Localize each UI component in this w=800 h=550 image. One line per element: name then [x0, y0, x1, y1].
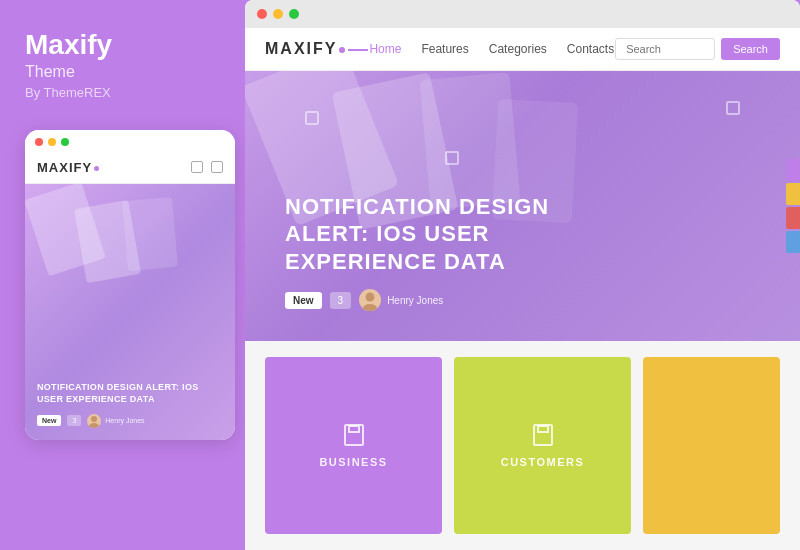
nav-search: Search: [615, 38, 780, 60]
search-button[interactable]: Search: [721, 38, 780, 60]
mobile-badge-num: 3: [67, 415, 81, 426]
hero-meta: New 3 Henry Jones: [285, 289, 605, 311]
avatar-name: Henry Jones: [387, 295, 443, 306]
svg-point-3: [363, 304, 377, 311]
mobile-hero-title: NOTIFICATION DESIGN ALERT: IOS USER EXPE…: [37, 382, 223, 405]
browser-dot-red[interactable]: [257, 9, 267, 19]
avatar-group: Henry Jones: [359, 289, 443, 311]
mobile-badge-new: New: [37, 415, 61, 426]
mobile-icon-square-1: [191, 161, 203, 173]
mobile-hero-text: NOTIFICATION DESIGN ALERT: IOS USER EXPE…: [37, 382, 223, 427]
mobile-logo-dot: [94, 166, 99, 171]
browser-content: MAXIFY Home Features Categories Contacts…: [245, 28, 800, 550]
business-icon: [344, 424, 364, 446]
mobile-dot-green: [61, 138, 69, 146]
mobile-hero-meta: New 3 Henry Jones: [37, 414, 223, 428]
svg-point-0: [91, 416, 97, 422]
card-customers-label: CUSTOMERS: [501, 456, 585, 468]
mobile-icon-square-2: [211, 161, 223, 173]
browser-titlebar: [245, 0, 800, 28]
brand-subtitle: Theme: [25, 63, 220, 81]
browser-dot-green[interactable]: [289, 9, 299, 19]
browser-nav: MAXIFY Home Features Categories Contacts…: [245, 28, 800, 71]
browser-logo-accent-dot: [339, 47, 345, 53]
hero-content: NOTIFICATION DESIGN ALERT: IOS USER EXPE…: [285, 193, 605, 312]
mobile-hero: NOTIFICATION DESIGN ALERT: IOS USER EXPE…: [25, 184, 235, 440]
card-customers[interactable]: CUSTOMERS: [454, 357, 631, 534]
card-extra: [643, 357, 780, 534]
side-tab-purple: [786, 159, 800, 181]
mobile-dot-yellow: [48, 138, 56, 146]
browser-logo-accent-line: [348, 49, 368, 51]
nav-link-categories[interactable]: Categories: [489, 42, 547, 56]
nav-link-contacts[interactable]: Contacts: [567, 42, 614, 56]
mobile-avatar-group: Henry Jones: [87, 414, 144, 428]
card-business-label: BUSINESS: [319, 456, 387, 468]
check-icon-3: [726, 101, 740, 115]
mobile-avatar-name: Henry Jones: [105, 417, 144, 424]
badge-new: New: [285, 292, 322, 309]
hero-side-tabs: [786, 159, 800, 253]
mobile-dot-red: [35, 138, 43, 146]
brand-title: Maxify: [25, 30, 220, 61]
nav-link-home[interactable]: Home: [369, 42, 401, 56]
side-tab-yellow: [786, 183, 800, 205]
mobile-header: MAXIFY: [25, 154, 235, 184]
nav-link-features[interactable]: Features: [421, 42, 468, 56]
mobile-mockup: MAXIFY NOTIFICATION DESIGN ALERT: IOS US…: [25, 130, 235, 440]
browser-logo: MAXIFY: [265, 40, 368, 58]
side-tab-blue: [786, 231, 800, 253]
avatar-circle: [359, 289, 381, 311]
browser-hero: NOTIFICATION DESIGN ALERT: IOS USER EXPE…: [245, 71, 800, 341]
left-panel: Maxify Theme By ThemeREX MAXIFY: [0, 0, 245, 550]
nav-links: Home Features Categories Contacts: [369, 42, 614, 56]
check-icon-1: [305, 111, 319, 125]
check-icon-2: [445, 151, 459, 165]
browser-cards: BUSINESS CUSTOMERS: [245, 341, 800, 550]
card-visual-3: [122, 197, 178, 271]
mobile-titlebar: [25, 130, 235, 154]
brand-by: By ThemeREX: [25, 85, 220, 100]
mobile-icons: [191, 161, 223, 173]
card-business[interactable]: BUSINESS: [265, 357, 442, 534]
browser-dot-yellow[interactable]: [273, 9, 283, 19]
svg-point-1: [89, 423, 99, 428]
svg-point-2: [366, 293, 375, 302]
customers-icon: [533, 424, 553, 446]
hero-title: NOTIFICATION DESIGN ALERT: IOS USER EXPE…: [285, 193, 605, 276]
search-input[interactable]: [615, 38, 715, 60]
brand-section: Maxify Theme By ThemeREX: [25, 30, 220, 100]
mobile-logo: MAXIFY: [37, 160, 99, 175]
badge-num: 3: [330, 292, 352, 309]
right-panel: MAXIFY Home Features Categories Contacts…: [245, 0, 800, 550]
mobile-avatar: [87, 414, 101, 428]
side-tab-red: [786, 207, 800, 229]
